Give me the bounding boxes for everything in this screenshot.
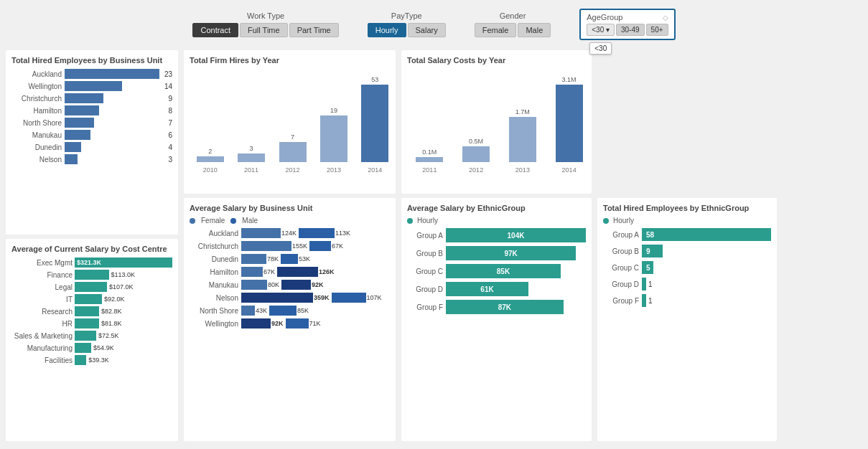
bar-hamilton-track xyxy=(65,105,163,115)
bar-manukau-track xyxy=(65,130,163,140)
bar-christchurch-value: 9 xyxy=(168,95,172,103)
cost-bar-legal-value: $107.0K xyxy=(109,283,134,290)
gbar-wellington-bars: 92K 71K xyxy=(241,318,390,329)
age-group-lt30[interactable]: <30 ▾ xyxy=(587,24,615,36)
mid-column: Total Firm Hires by Year 2 2010 3 2011 7 xyxy=(184,50,396,441)
bar-wellington-fill xyxy=(65,81,122,91)
bar-nelson-track xyxy=(65,154,163,164)
ethnic-bar-groupd-fill: 61K xyxy=(446,282,528,296)
avg-salary-bu-chart: Average Salary by Business Unit Female M… xyxy=(184,198,396,441)
gbar-manukau: Manukau 80K 92K xyxy=(190,280,390,290)
gbar-northshore-female xyxy=(241,306,255,316)
ethnic-bar-groupd: Group D 61K xyxy=(407,282,586,296)
vbar-2012-label: 2012 xyxy=(286,166,300,174)
pay-type-hourly[interactable]: Hourly xyxy=(368,23,406,37)
vbar-2011-value: 3 xyxy=(250,145,253,152)
gbar-auckland-female-val: 124K xyxy=(281,230,297,237)
hired-groupb-value: 9 xyxy=(646,247,650,255)
total-hired-bu-chart: Total Hired Employees by Business Unit A… xyxy=(6,50,178,235)
total-hired-bu-bars: Auckland 23 Wellington 14 xyxy=(11,69,172,164)
hired-groupb-fill: 9 xyxy=(642,245,663,257)
work-type-contract[interactable]: Contract xyxy=(192,23,238,37)
cost-bar-research-track: $82.8K xyxy=(75,306,172,316)
cost-bar-sales-value: $72.5K xyxy=(98,332,119,339)
scbar-2013-value: 1.7M xyxy=(515,108,530,115)
cost-bar-hr-label: HR xyxy=(11,320,73,328)
work-type-label: Work Type xyxy=(247,11,284,20)
gender-female[interactable]: Female xyxy=(475,23,517,37)
legend-male-dot xyxy=(230,218,236,224)
vbar-2014-value: 53 xyxy=(371,76,378,83)
ethnic-bar-groupc-value: 85K xyxy=(497,268,510,275)
bar-hamilton-value: 8 xyxy=(168,107,172,115)
gbar-nelson-label: Nelson xyxy=(190,294,238,302)
gbar-manukau-male xyxy=(281,280,311,290)
gbar-wellington-male xyxy=(286,318,309,329)
avg-salary-cost-centre-chart: Average of Current Salary by Cost Centre… xyxy=(6,239,178,441)
vbar-2010-fill xyxy=(197,156,224,162)
gbar-dunedin-female-val: 78K xyxy=(267,255,279,263)
gbar-dunedin-male-val: 53K xyxy=(299,255,310,263)
vbar-2011-fill xyxy=(238,153,265,162)
scbar-2014-value: 3.1M xyxy=(562,76,577,83)
cost-bar-legal-label: Legal xyxy=(11,283,73,291)
total-hired-bu-title: Total Hired Employees by Business Unit xyxy=(11,56,172,65)
pay-type-salary[interactable]: Salary xyxy=(408,23,446,37)
ethnic-bar-groupa-track: 104K xyxy=(446,228,586,242)
avg-salary-bu-legend: Female Male xyxy=(190,217,390,225)
gbar-dunedin-bars: 78K 53K xyxy=(241,254,390,264)
gbar-wellington-male-val: 71K xyxy=(309,320,321,327)
bar-hamilton-label: Hamilton xyxy=(11,107,62,115)
ethnic-bar-groupd-track: 61K xyxy=(446,282,586,296)
ethnic-bar-groupd-value: 61K xyxy=(480,285,493,293)
gbar-nelson-female xyxy=(241,293,313,303)
firm-hires-bars: 2 2010 3 2011 7 2012 19 xyxy=(190,69,390,176)
gbar-auckland-female xyxy=(241,228,281,238)
bar-dunedin-fill xyxy=(65,142,81,152)
gbar-dunedin: Dunedin 78K 53K xyxy=(190,254,390,264)
scbar-2012-fill xyxy=(462,146,490,162)
bar-hamilton-fill xyxy=(65,105,99,115)
age-group-50plus[interactable]: 50+ xyxy=(646,24,668,36)
bar-manukau-label: Manukau xyxy=(11,131,62,139)
cost-bar-execmgmt-value: $321.3K xyxy=(77,259,101,266)
cost-bar-facilities-value: $39.3K xyxy=(88,356,109,364)
hired-groupf-label: Group F xyxy=(603,297,639,305)
age-group-30-49[interactable]: 30-49 xyxy=(616,24,645,36)
cost-bar-research-value: $82.8K xyxy=(101,308,122,315)
hired-ethnic-bars: Group A 58 Group B 9 xyxy=(603,228,771,307)
gender-male[interactable]: Male xyxy=(518,23,551,37)
gbar-northshore-female-val: 43K xyxy=(256,307,267,314)
vbar-2012-fill xyxy=(279,142,307,162)
gender-label: Gender xyxy=(500,11,526,20)
vbar-2012-value: 7 xyxy=(291,133,294,141)
scbar-2011-fill xyxy=(416,157,443,162)
gbar-christchurch-male xyxy=(309,241,331,251)
gbar-hamilton-female-val: 67K xyxy=(263,268,275,275)
ethnic-bar-groupc: Group C 85K xyxy=(407,264,586,278)
scbar-2014: 3.1M 2014 xyxy=(552,69,586,162)
bar-nelson-value: 3 xyxy=(168,156,172,164)
ethnic-bar-groupc-label: Group C xyxy=(407,268,443,275)
bar-wellington: Wellington 14 xyxy=(11,81,172,91)
bar-auckland-label: Auckland xyxy=(11,70,62,78)
work-type-parttime[interactable]: Part Time xyxy=(289,23,339,37)
legend-female-text: Female xyxy=(201,217,225,225)
bar-nelson-label: Nelson xyxy=(11,156,62,164)
cost-bar-it-track: $92.0K xyxy=(75,294,172,304)
avg-salary-cost-centre-title: Average of Current Salary by Cost Centre xyxy=(11,245,172,253)
scbar-2013-fill xyxy=(509,117,536,162)
vbar-2014-fill xyxy=(361,85,388,162)
ethnic-bar-groupf-label: Group F xyxy=(407,303,443,311)
bar-christchurch: Christchurch 9 xyxy=(11,93,172,103)
gbar-auckland-bars: 124K 113K xyxy=(241,228,390,238)
cost-bar-hr-fill xyxy=(75,318,99,329)
gbar-dunedin-male xyxy=(281,254,298,264)
gbar-hamilton-bars: 67K 126K xyxy=(241,267,390,277)
bar-manukau-fill xyxy=(65,130,90,140)
work-type-fulltime[interactable]: Full Time xyxy=(240,23,288,37)
hired-groupd-value: 1 xyxy=(648,280,653,288)
gbar-manukau-female xyxy=(241,280,267,290)
cost-bar-sales-label: Sales & Marketing xyxy=(11,332,73,340)
ethnic-bar-groupf-value: 87K xyxy=(498,303,511,311)
